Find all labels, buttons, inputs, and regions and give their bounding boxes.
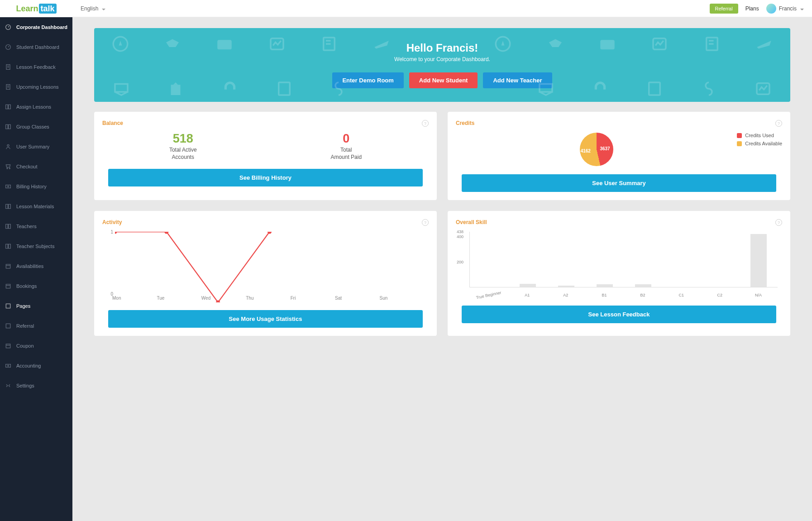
skill-bar [597,284,613,287]
dashboard-icon [5,24,12,31]
skill-bar [635,284,651,287]
page-icon [5,322,12,330]
money-icon [5,362,12,369]
credits-used-label: 3637 [600,146,610,151]
svg-rect-13 [6,344,10,348]
avatar [766,4,776,14]
money-icon [5,183,12,190]
calendar-icon [5,342,12,349]
sidebar-item-label: Accounting [16,363,41,368]
skill-plot [469,232,778,287]
sidebar-nav: Corporate DashboardStudent DashboardLess… [0,17,72,396]
book-icon [5,103,12,110]
sidebar-item-label: Settings [16,383,34,388]
svg-rect-25 [279,82,290,95]
sidebar-item-availabilities[interactable]: Availabilities [0,256,72,276]
svg-rect-17 [218,40,232,49]
balance-card: Balance ? 518 Total ActiveAccounts 0 Tot… [94,112,437,200]
skill-bar [520,284,536,287]
logo-learn: Learn [16,4,38,13]
sidebar-item-label: Teacher Subjects [16,244,54,249]
sidebar-item-lesson-feedback[interactable]: Lesson Feedback [0,57,72,77]
referral-button[interactable]: Referral [710,4,738,14]
language-selector[interactable]: English [81,5,105,12]
sidebar-item-coupon[interactable]: Coupon [0,336,72,356]
sidebar-item-teachers[interactable]: Teachers [0,216,72,236]
sidebar-item-settings[interactable]: Settings [0,376,72,396]
svg-rect-21 [600,40,615,49]
sidebar-item-label: Coupon [16,343,34,349]
activity-card: Activity ? 1 0 [94,211,437,336]
sidebar-item-user-summary[interactable]: User Summary [0,137,72,157]
sidebar-item-label: Assign Lessons [16,104,51,110]
sidebar-item-student-dashboard[interactable]: Student Dashboard [0,37,72,57]
lesson-feedback-button[interactable]: See Lesson Feedback [462,306,776,323]
sidebar-item-billing-history[interactable]: Billing History [0,177,72,196]
plans-link[interactable]: Plans [745,5,759,12]
help-icon[interactable]: ? [422,219,429,226]
chevron-down-icon [101,5,105,12]
cart-icon [5,163,12,170]
svg-rect-11 [6,304,10,308]
language-label: English [81,5,98,12]
sidebar-item-referral[interactable]: Referral [0,316,72,336]
sidebar-item-label: Billing History [16,184,47,189]
logo-talk: talk [39,4,57,14]
hero-banner: Hello Francis! Welcome to your Corporate… [94,28,790,102]
book-icon [5,243,12,250]
sidebar-item-checkout[interactable]: Checkout [0,157,72,177]
svg-rect-24 [171,85,181,95]
book-icon [5,203,12,210]
sidebar-item-corporate-dashboard[interactable]: Corporate Dashboard [0,17,72,37]
help-icon[interactable]: ? [775,219,782,226]
svg-point-28 [115,232,117,234]
sidebar-item-upcoming-lessons[interactable]: Upcoming Lessons [0,77,72,97]
document-icon [5,83,12,91]
credits-card: Credits ? 3637 4162 Credits Used Credits… [448,112,790,200]
skill-bar [558,286,574,287]
sidebar-item-label: Student Dashboard [16,44,59,50]
sidebar-item-label: Pages [16,303,30,309]
legend-swatch-available [737,141,742,146]
svg-point-5 [7,168,8,169]
active-accounts-value: 518 [169,133,197,145]
sidebar-item-label: Checkout [16,164,37,169]
sidebar-item-label: Corporate Dashboard [16,24,67,30]
sidebar-item-pages[interactable]: Pages [0,296,72,316]
help-icon[interactable]: ? [775,120,782,127]
svg-point-6 [9,168,10,169]
hero-subtitle: Welcome to your Corporate Dashboard. [103,56,781,62]
billing-history-button[interactable]: See Billing History [108,169,423,186]
svg-rect-14 [6,364,11,368]
svg-rect-7 [6,185,11,188]
help-icon[interactable]: ? [422,120,429,127]
svg-point-15 [8,365,9,367]
sidebar-item-label: Availabilities [16,263,43,269]
user-summary-button[interactable]: See User Summary [462,174,776,192]
card-title: Overall Skill [456,219,782,225]
sidebar-item-lesson-materials[interactable]: Lesson Materials [0,196,72,216]
sidebar-item-label: Upcoming Lessons [16,84,59,90]
svg-point-4 [7,144,9,146]
sidebar-item-accounting[interactable]: Accounting [0,356,72,376]
activity-x-axis: MonTueWedThuFriSatSun [115,296,424,302]
document-icon [5,63,12,71]
legend-swatch-used [737,133,742,138]
sidebar-item-teacher-subjects[interactable]: Teacher Subjects [0,236,72,256]
sidebar-item-bookings[interactable]: Bookings [0,276,72,296]
usage-stats-button[interactable]: See More Usage Statistics [108,310,423,328]
card-title: Balance [102,120,429,126]
skill-card: Overall Skill ? True BeginnerA1A2B1B2C1C… [448,211,790,336]
sidebar-item-label: User Summary [16,144,49,149]
sidebar-item-label: Lesson Feedback [16,64,56,70]
amount-paid-value: 0 [330,133,362,145]
sidebar-item-assign-lessons[interactable]: Assign Lessons [0,97,72,117]
logo[interactable]: Learntalk [0,0,72,17]
page-icon [5,302,12,310]
svg-rect-10 [6,284,10,288]
user-menu[interactable]: Francis [766,4,804,14]
user-icon [5,143,12,150]
svg-rect-9 [6,264,10,268]
sidebar-item-group-classes[interactable]: Group Classes [0,117,72,137]
skill-chart: True BeginnerA1A2B1B2C1C2N/A 200400438 [469,232,778,297]
